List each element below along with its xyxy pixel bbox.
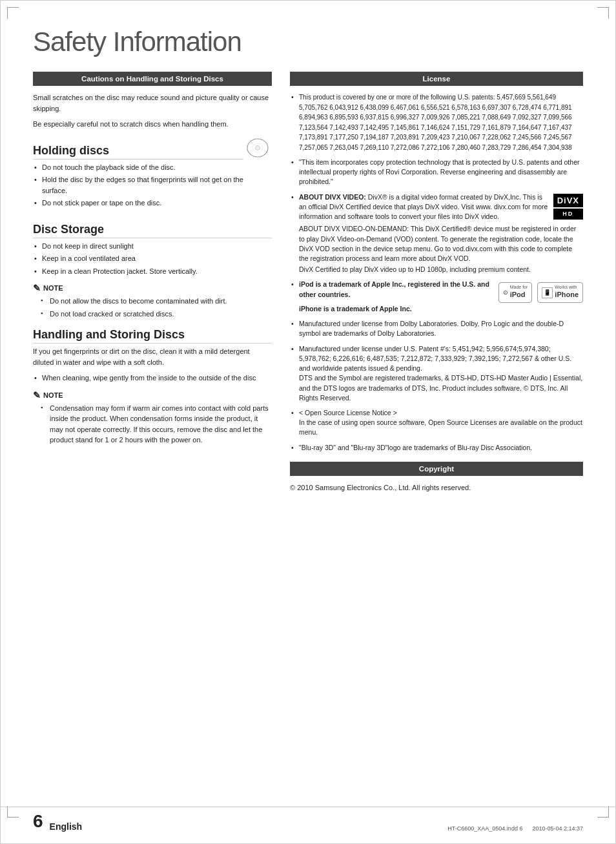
disc-storage-note: ✎ NOTE Do not allow the discs to become … (33, 283, 272, 319)
open-source-text: < Open Source License Notice >In the cas… (299, 409, 582, 436)
iphone-badge: 📱 Works with iPhone (537, 282, 583, 303)
disc-storage-list: Do not keep in direct sunlight Keep in a… (33, 241, 272, 277)
corner-mark-tr (597, 7, 609, 19)
list-item: Do not load cracked or scratched discs. (39, 309, 272, 320)
license-list: This product is covered by one or more o… (290, 92, 583, 453)
divx-text3: DivX Certified to play DivX video up to … (299, 265, 583, 274)
divx-logo-box: DiVX (553, 194, 583, 208)
divx-text2: ABOUT DIVX VIDEO-ON-DEMAND: This DivX Ce… (299, 224, 583, 263)
note-icon-2: ✎ (33, 390, 41, 400)
divx-text-block: ABOUT DIVX VIDEO: DivX® is a digital vid… (299, 192, 548, 222)
works-with-label: Works with (555, 285, 579, 290)
license-header: License (290, 72, 583, 86)
disc-storage-title: Disc Storage (33, 223, 272, 238)
list-item: Condensation may form if warm air comes … (39, 403, 272, 446)
holding-discs-content: Holding discs Do not touch the playback … (33, 135, 243, 214)
ipod-text-block: iPod is a trademark of Apple Inc., regis… (299, 280, 493, 299)
note-label: ✎ NOTE (33, 283, 272, 293)
language-label: English (50, 821, 83, 832)
cautions-intro-1: Small scratches on the disc may reduce s… (33, 92, 272, 114)
list-item: Do not allow the discs to become contami… (39, 296, 272, 307)
page-footer: 6 English HT-C6600_XAA_0504.indd 6 2010-… (1, 807, 615, 832)
left-column: Cautions on Handling and Storing Discs S… (33, 72, 272, 493)
copyright-text: © 2010 Samsung Electronics Co., Ltd. All… (290, 482, 583, 493)
divx-hd-box: HD (553, 209, 583, 220)
iphone-badge-text: Works with iPhone (555, 285, 579, 300)
file-info: HT-C6600_XAA_0504.indd 6 (447, 825, 522, 832)
divx-logo: DiVX HD (553, 194, 583, 220)
list-item: Keep in a clean Protection jacket. Store… (33, 266, 272, 277)
list-item: Do not stick paper or tape on the disc. (33, 198, 243, 209)
copy-protection-text: "This item incorporates copy protection … (299, 158, 579, 185)
disc-icon (243, 135, 272, 158)
right-column: License This product is covered by one o… (290, 72, 583, 493)
patents-item: This product is covered by one or more o… (290, 92, 583, 152)
handling-title: Handling and Storing Discs (33, 328, 272, 344)
footer-left: 6 English (33, 811, 82, 832)
list-item: Do not keep in direct sunlight (33, 241, 272, 252)
made-for-icon: ⊙ (503, 289, 508, 297)
list-item: Keep in a cool ventilated area (33, 253, 272, 264)
handling-note: ✎ NOTE Condensation may form if warm air… (33, 390, 272, 446)
divx-item: ABOUT DIVX VIDEO: DivX® is a digital vid… (290, 192, 583, 275)
list-item: Hold the disc by the edges so that finge… (33, 174, 243, 196)
ipod-badges-row: ⊙ Made for iPod 📱 Works with i (498, 282, 583, 303)
dts-text: Manufactured under license under U.S. Pa… (299, 345, 582, 402)
ipod-content-row: iPod is a trademark of Apple Inc., regis… (299, 280, 583, 303)
copy-protection-item: "This item incorporates copy protection … (290, 158, 583, 187)
ipod-badge: ⊙ Made for iPod (498, 282, 533, 303)
two-column-layout: Cautions on Handling and Storing Discs S… (33, 72, 583, 493)
iphone-name: iPhone (555, 290, 579, 300)
corner-mark-tl (7, 7, 19, 19)
dolby-item: Manufactured under license from Dolby La… (290, 319, 583, 338)
handling-note-list: Condensation may form if warm air comes … (33, 403, 272, 446)
note-text-2: NOTE (43, 391, 63, 399)
handling-list: When cleaning, wipe gently from the insi… (33, 373, 272, 384)
page: Safety Information Cautions on Handling … (0, 0, 616, 844)
note-label-2: ✎ NOTE (33, 390, 272, 400)
list-item: Do not touch the playback side of the di… (33, 162, 243, 173)
holding-discs-title: Holding discs (33, 144, 243, 160)
made-for-label: Made for (510, 285, 528, 290)
divx-bold: ABOUT DIVX VIDEO: (299, 193, 366, 201)
ipod-item: iPod is a trademark of Apple Inc., regis… (290, 280, 583, 314)
patents-text: This product is covered by one or more o… (299, 94, 572, 151)
iphone-trademark: iPhone is a trademark of Apple Inc. (299, 304, 583, 314)
handling-intro: If you get fingerprints or dirt on the d… (33, 346, 272, 367)
footer-right: HT-C6600_XAA_0504.indd 6 2010-05-04 2:14… (447, 825, 583, 832)
svg-point-3 (256, 145, 260, 150)
note-icon: ✎ (33, 283, 41, 293)
copyright-section: Copyright © 2010 Samsung Electronics Co.… (290, 462, 583, 493)
page-number: 6 (33, 811, 43, 832)
cautions-header: Cautions on Handling and Storing Discs (33, 72, 272, 86)
dts-item: Manufactured under license under U.S. Pa… (290, 344, 583, 403)
divx-row: ABOUT DIVX VIDEO: DivX® is a digital vid… (299, 192, 583, 222)
note-text: NOTE (43, 284, 63, 292)
disc-storage-note-list: Do not allow the discs to become contami… (33, 296, 272, 319)
cautions-intro-2: Be especially careful not to scratch dis… (33, 119, 272, 130)
bluray-text: "Blu-ray 3D" and "Blu-ray 3D"logo are tr… (299, 444, 532, 451)
copyright-header: Copyright (290, 462, 583, 476)
list-item: When cleaning, wipe gently from the insi… (33, 373, 272, 384)
ipod-bold-text: iPod is a trademark of Apple Inc., regis… (299, 280, 489, 298)
ipod-badge-text: Made for iPod (510, 285, 528, 300)
iphone-icon: 📱 (542, 287, 553, 298)
open-source-item: < Open Source License Notice >In the cas… (290, 408, 583, 438)
page-title: Safety Information (33, 26, 583, 57)
holding-discs-list: Do not touch the playback side of the di… (33, 162, 243, 209)
ipod-name: iPod (510, 290, 528, 300)
dolby-text: Manufactured under license from Dolby La… (299, 320, 564, 337)
bluray-item: "Blu-ray 3D" and "Blu-ray 3D"logo are tr… (290, 443, 583, 453)
date-info: 2010-05-04 2:14:37 (532, 825, 583, 832)
holding-discs-section: Holding discs Do not touch the playback … (33, 135, 272, 214)
